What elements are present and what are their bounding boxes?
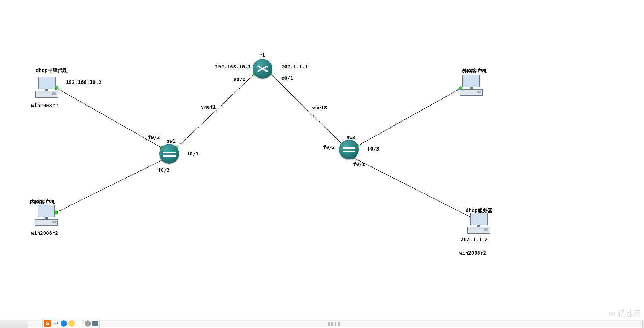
watermark-logo-icon: ∞ — [609, 309, 616, 318]
label-r1-left-port: e0/0 — [234, 77, 246, 82]
svg-line-2 — [56, 88, 162, 148]
link-layer — [0, 0, 644, 328]
svg-line-5 — [352, 157, 473, 219]
ime-toolbar[interactable]: S 中 — [42, 319, 100, 328]
svg-line-1 — [270, 74, 343, 145]
switch-sw1[interactable] — [159, 144, 179, 164]
host-external-client[interactable] — [458, 73, 483, 97]
label-proxy-title: dhcp中继代理 — [36, 67, 68, 74]
label-srv-os: win2008r2 — [459, 250, 486, 256]
svg-line-4 — [357, 89, 460, 146]
label-proxy-ip: 192.168.10.2 — [66, 79, 102, 85]
watermark-text: 亿速云 — [618, 308, 641, 319]
label-sw2-f01: f0/1 — [353, 162, 365, 167]
label-sw1-f02: f0/2 — [148, 135, 160, 140]
label-sw2-f02: f0/2 — [323, 145, 335, 150]
svg-line-3 — [56, 159, 163, 213]
ime-keyboard-icon[interactable] — [76, 321, 83, 326]
ime-emoji-icon[interactable] — [68, 320, 75, 327]
host-dhcp-server[interactable] — [466, 210, 490, 235]
host-dhcp-relay[interactable] — [34, 74, 58, 99]
svg-line-0 — [176, 74, 255, 148]
label-r1-left-ip: 192.168.10.1 — [215, 64, 251, 69]
label-r1: r1 — [259, 52, 265, 58]
label-sw1-f01: f0/1 — [187, 151, 199, 157]
label-proxy-os: win2008r2 — [31, 103, 58, 108]
ime-lang-icon[interactable]: 中 — [53, 320, 59, 327]
label-clientin-os: win2008r2 — [31, 230, 58, 236]
statusbar-panel — [28, 321, 643, 328]
ime-logo-icon[interactable]: S — [44, 320, 51, 327]
label-r1-right-port: e0/1 — [281, 75, 293, 81]
watermark: ∞ 亿速云 — [609, 308, 641, 319]
label-sw1: sw1 — [167, 138, 176, 144]
label-r1-right-ip: 202.1.1.1 — [281, 64, 308, 69]
label-srv-ip: 202.1.1.2 — [461, 237, 488, 242]
ime-tools-icon[interactable] — [92, 321, 98, 326]
host-internal-client[interactable] — [33, 203, 58, 227]
ime-globe-icon[interactable] — [61, 320, 67, 327]
topology-canvas: { "devices": { "r1": {"name": "r1", "typ… — [0, 0, 644, 328]
switch-sw2[interactable] — [339, 140, 359, 159]
router-r1[interactable] — [253, 59, 272, 79]
label-sw1-f03: f0/3 — [158, 167, 170, 173]
label-sw2-f03: f0/3 — [367, 146, 379, 152]
label-vnet1: vnet1 — [201, 104, 216, 110]
ime-settings-icon[interactable] — [85, 320, 91, 327]
label-vnet8: vnet8 — [312, 105, 327, 111]
